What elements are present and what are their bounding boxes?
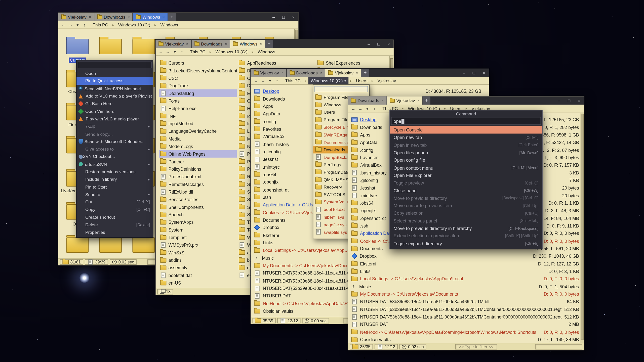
- file-row[interactable]: RtlExUpd.dll: [159, 188, 237, 196]
- command-palette-item[interactable]: Open Console: [390, 126, 542, 134]
- command-palette-item[interactable]: Open files popup [Alt+Down]: [390, 149, 542, 156]
- file-row[interactable]: NTUSER.DAT{53b39e88-18c4-11ea-a811-000d3…: [348, 313, 584, 321]
- context-menu-item[interactable]: Pin to Start: [76, 183, 153, 191]
- breadcrumb-item[interactable]: Windows: [255, 48, 278, 56]
- context-menu-item[interactable]: Create shortcut: [76, 213, 153, 221]
- command-palette-item[interactable]: Toggle expand directory [Ctrl+B]: [390, 240, 542, 247]
- context-menu-item[interactable]: Send with NordVPN Meshnet: [76, 85, 153, 92]
- file-row[interactable]: Eksterni D: 12, F: 127, 12 GB: [348, 260, 584, 267]
- maximize-button[interactable]: □: [278, 13, 288, 21]
- tab-close-icon[interactable]: [163, 15, 165, 19]
- command-palette-item[interactable]: Move to previous directory [Backspace] […: [390, 194, 542, 202]
- context-menu-item[interactable]: Open Vim here: [76, 107, 153, 115]
- file-tab[interactable]: Vjekoslav: [387, 96, 423, 105]
- context-menu-item[interactable]: Send to ▸: [76, 191, 153, 198]
- command-palette-item[interactable]: Toggle preview [Ctrl+Q]: [390, 179, 542, 187]
- maximize-button[interactable]: □: [564, 96, 574, 105]
- context-menu-item[interactable]: Give access to ▸: [76, 145, 153, 153]
- context-menu-item[interactable]: TortoiseSVN ▸: [76, 160, 153, 168]
- file-row[interactable]: Local Settings -> C:\Users\Vjekoslav\App…: [348, 275, 584, 283]
- file-row[interactable]: SystemApps: [159, 218, 237, 226]
- breadcrumb-item[interactable]: Windows: [158, 21, 181, 29]
- breadcrumb-item[interactable]: Windows 10 (C:) ▾: [308, 77, 348, 84]
- close-button[interactable]: ×: [479, 69, 489, 77]
- file-row[interactable]: LanguageOverlayCache: [159, 127, 237, 135]
- command-palette-item[interactable]: Open new tab [Ctrl+T]: [390, 134, 542, 141]
- back-button[interactable]: ←: [350, 105, 357, 112]
- tab-close-icon[interactable]: [260, 42, 262, 46]
- tab-close-icon[interactable]: [281, 71, 284, 75]
- context-menu-item[interactable]: Restore previous versions: [76, 168, 153, 175]
- file-row[interactable]: bootstat.dat: [159, 272, 237, 279]
- file-row[interactable]: DiagTrack: [159, 82, 237, 89]
- context-menu-item[interactable]: Git Bash Here: [76, 100, 153, 107]
- breadcrumb-item[interactable]: Vjekoslav: [375, 77, 399, 84]
- file-row[interactable]: WinSxS: [159, 249, 237, 256]
- file-row[interactable]: NTUSER.DAT 2 MB: [348, 321, 584, 328]
- command-palette-item[interactable]: Open context menu [Ctrl+M] [Menu]: [390, 164, 542, 171]
- context-menu-item[interactable]: SVN Checkout...: [76, 153, 153, 160]
- file-row[interactable]: ShellExperiences: [316, 59, 387, 67]
- forward-button[interactable]: →: [357, 105, 364, 112]
- command-palette-item[interactable]: Close panel [Ctrl+W]: [390, 187, 542, 194]
- breadcrumb-item[interactable]: This PC: [187, 48, 208, 56]
- file-row[interactable]: Panther: [159, 158, 237, 165]
- file-row[interactable]: Obsidian vaults D: 17, F: 149, 38 MB: [348, 336, 584, 343]
- minimize-button[interactable]: –: [459, 69, 469, 77]
- tab-close-icon[interactable]: [417, 99, 419, 102]
- file-row[interactable]: ShellComponents: [159, 203, 237, 211]
- new-tab-button[interactable]: +: [361, 69, 369, 77]
- breadcrumb-item[interactable]: Users: [353, 77, 370, 84]
- file-tab[interactable]: Downloads: [191, 40, 230, 48]
- history-dropdown-button[interactable]: ▾: [171, 49, 178, 55]
- tab-close-icon[interactable]: [382, 99, 384, 102]
- close-button[interactable]: ×: [574, 96, 584, 105]
- maximize-button[interactable]: □: [374, 40, 384, 48]
- back-button[interactable]: ←: [253, 77, 260, 84]
- up-button[interactable]: ↑: [371, 105, 378, 112]
- command-palette-input[interactable]: ope: [391, 117, 541, 125]
- file-row[interactable]: InputMethod: [159, 120, 237, 127]
- command-palette-item[interactable]: Extend selection to previous item [Shift…: [390, 232, 542, 240]
- context-menu-filter-input[interactable]: [78, 62, 151, 68]
- file-tab[interactable]: Windows: [230, 40, 265, 48]
- file-tab[interactable]: Downloads: [94, 13, 133, 21]
- file-row[interactable]: ModemLogs: [159, 143, 237, 150]
- tab-close-icon[interactable]: [320, 71, 322, 75]
- file-row[interactable]: AppReadiness: [237, 59, 315, 67]
- file-row[interactable]: assembly: [159, 264, 237, 272]
- file-row[interactable]: en-US: [159, 279, 237, 287]
- context-menu-item[interactable]: Delete [Delete]: [76, 221, 153, 228]
- file-row[interactable]: NTUSER.DAT{53b39e88-18c4-11ea-a811-000d3…: [348, 305, 584, 313]
- context-menu-item[interactable]: Properties: [76, 229, 153, 236]
- file-tab[interactable]: Vjekoslav: [326, 69, 361, 77]
- breadcrumb-item[interactable]: Windows 10 (C:): [116, 21, 153, 29]
- file-row[interactable]: addins: [159, 256, 237, 264]
- command-palette-item[interactable]: Copy selection [Ctrl+C]: [390, 209, 542, 217]
- tab-close-icon[interactable]: [89, 15, 91, 19]
- file-row[interactable]: Fonts: [159, 97, 237, 105]
- status-extra-box[interactable]: [535, 344, 582, 349]
- command-palette-item[interactable]: Select previous panel [Shift+Tab]: [390, 217, 542, 224]
- context-menu-item[interactable]: Play with VLC media player: [76, 115, 153, 122]
- file-row[interactable]: HelpPane.exe: [159, 105, 237, 112]
- history-dropdown-button[interactable]: ▾: [364, 105, 371, 112]
- file-row[interactable]: TempInst: [159, 234, 237, 241]
- history-dropdown-button[interactable]: ▾: [267, 77, 274, 84]
- file-row[interactable]: ServiceProfiles: [159, 196, 237, 203]
- file-row[interactable]: NetHood -> C:\Users\Vjekoslav\AppData\Ro…: [348, 328, 584, 336]
- up-button[interactable]: ↑: [273, 77, 280, 84]
- close-button[interactable]: ×: [289, 13, 298, 21]
- file-row[interactable]: Desktop D: 43034, F: 125185, 23 GB: [251, 87, 489, 95]
- file-row[interactable]: DtcInstall.log: [159, 89, 237, 97]
- new-tab-button[interactable]: +: [168, 13, 176, 21]
- file-row[interactable]: Professional.xml: [159, 173, 237, 180]
- up-button[interactable]: ↑: [81, 22, 88, 28]
- breadcrumb-item[interactable]: This PC: [283, 77, 303, 84]
- file-row[interactable]: Speech: [159, 211, 237, 218]
- context-menu-item[interactable]: Open: [76, 69, 153, 77]
- file-row[interactable]: Dropbox D: 230, F: 1043, 46 GB: [348, 252, 584, 260]
- file-row[interactable]: NTUSER.DAT{53b39e88-18c4-11ea-a811-000d3…: [348, 298, 584, 305]
- file-row[interactable]: CSC: [159, 74, 237, 82]
- command-palette-item[interactable]: Open config file: [390, 156, 542, 164]
